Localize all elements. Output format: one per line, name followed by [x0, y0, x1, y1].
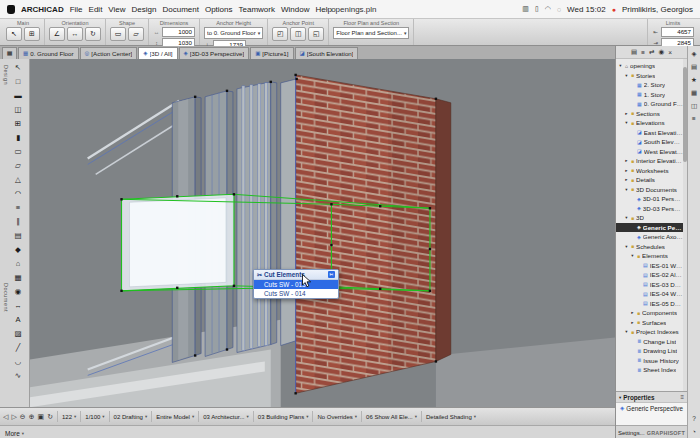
- quick-option-entire-model[interactable]: Entire Model▾: [151, 411, 198, 422]
- input-source-icon[interactable]: ▥: [522, 5, 529, 13]
- tree-item-interior-elevations[interactable]: ▸■Interior Elevations: [616, 156, 683, 166]
- pin-icon[interactable]: ◉: [658, 48, 664, 56]
- tree-item-1-story[interactable]: ▦1. Story: [616, 90, 683, 100]
- fit-view-icon[interactable]: ▣: [38, 413, 45, 421]
- menu-item-file[interactable]: File: [70, 5, 83, 14]
- tool-column[interactable]: ▮: [10, 131, 26, 145]
- tool-spline[interactable]: ∿: [10, 369, 26, 383]
- menu-item-window[interactable]: Window: [281, 5, 309, 14]
- tree-item-elevations[interactable]: ▾■Elevations: [616, 118, 683, 128]
- menu-item-options[interactable]: Options: [205, 5, 233, 14]
- quick-option-03-architectur[interactable]: 03 Architectur...▾: [198, 411, 253, 422]
- disclosure-icon[interactable]: ▾: [624, 244, 629, 249]
- preview-icon[interactable]: ◔: [692, 428, 696, 436]
- tree-item-3d-01-perspectiv[interactable]: ◈3D-01 Perspectiv...: [616, 194, 683, 204]
- help-icon[interactable]: ?: [692, 415, 696, 423]
- anchor-bottom-icon[interactable]: ◱: [308, 27, 324, 41]
- properties-collapse-icon[interactable]: ▾: [619, 395, 621, 400]
- organizer-icon[interactable]: ▤: [691, 63, 697, 71]
- disclosure-icon[interactable]: ▾: [624, 187, 629, 192]
- menu-item-teamwork[interactable]: Teamwork: [239, 5, 275, 14]
- disclosure-icon[interactable]: ▾: [630, 253, 635, 258]
- tool-railing[interactable]: ∥: [10, 215, 26, 229]
- layers-icon[interactable]: ▦: [691, 89, 697, 97]
- tree-item-project-indexes[interactable]: ▾■Project Indexes: [616, 327, 683, 337]
- sync-icon[interactable]: ⇄: [649, 48, 654, 56]
- tab-0-ground-floor[interactable]: ▦0. Ground Floor: [18, 47, 79, 59]
- custom-orientation-icon[interactable]: ↻: [85, 27, 101, 41]
- project-chooser-icon[interactable]: ▤: [631, 48, 637, 56]
- brick-wall[interactable]: [296, 75, 451, 393]
- rectangular-shape-icon[interactable]: ▭: [110, 27, 126, 41]
- tool-dimension[interactable]: ↔: [10, 299, 26, 313]
- tool-line[interactable]: ╱: [10, 341, 26, 355]
- floor-plan-display-select[interactable]: Floor Plan and Section...▾: [333, 27, 409, 39]
- tool-door[interactable]: ◫: [10, 103, 26, 117]
- tree-item-south-elevation-a[interactable]: ◪South Elevation (A...: [616, 137, 683, 147]
- tree-item-schedules[interactable]: ▾■Schedules: [616, 242, 683, 252]
- tool-window[interactable]: ⊞: [10, 117, 26, 131]
- tool-text[interactable]: A: [10, 313, 26, 327]
- orbit-icon[interactable]: ↻: [47, 413, 53, 421]
- vertical-orientation-icon[interactable]: ∠: [49, 27, 65, 41]
- tree-item-details[interactable]: ▸■Details: [616, 175, 683, 185]
- disclosure-icon[interactable]: ▾: [624, 329, 629, 334]
- tree-item-west-elevation-a[interactable]: ◪West Elevation (A...: [616, 147, 683, 157]
- tool-morph[interactable]: ◆: [10, 243, 26, 257]
- tree-item-issue-history[interactable]: ≣Issue History: [616, 356, 683, 366]
- tooltip-item-cuts-sw-013[interactable]: Cuts SW - 013: [254, 280, 338, 289]
- menu-bar-user[interactable]: Primlikiris, Georgios: [622, 5, 693, 14]
- apple-menu-icon[interactable]: [7, 5, 15, 14]
- more-button[interactable]: More ▾: [5, 430, 24, 437]
- tree-item-generic-axonome[interactable]: ◈Generic Axonome...: [616, 232, 683, 242]
- properties-menu-icon[interactable]: ≡: [680, 394, 684, 400]
- tool-object[interactable]: ◉: [10, 285, 26, 299]
- tooltip-item-cuts-sw-014[interactable]: Cuts SW - 014: [254, 289, 338, 298]
- tree-item-2-story[interactable]: ▦2. Story: [616, 80, 683, 90]
- back-icon[interactable]: ◁: [3, 413, 8, 421]
- quick-option-no-overrides[interactable]: No Overrides▾: [312, 411, 361, 422]
- tree-item-ies-04-window-s[interactable]: ▤IES-04 Window S...: [616, 289, 683, 299]
- disclosure-icon[interactable]: ▸: [630, 320, 635, 325]
- disclosure-icon[interactable]: ▸: [624, 111, 629, 116]
- quick-option-03-building-plans[interactable]: 03 Building Plans▾: [253, 411, 313, 422]
- quick-option-06-show-all-ele[interactable]: 06 Show All Ele...▾: [361, 411, 421, 422]
- search-icon[interactable]: ◌: [557, 6, 561, 13]
- quick-option-122[interactable]: 122▾: [57, 411, 80, 422]
- tree-item-generic-perspecti[interactable]: ◈Generic Perspecti...: [616, 223, 683, 233]
- tool-slab[interactable]: ▱: [10, 159, 26, 173]
- tab-south-elevation[interactable]: ◪[South Elevation]: [295, 47, 359, 59]
- tool-roof[interactable]: △: [10, 173, 26, 187]
- circular-shape-icon[interactable]: ▱: [128, 27, 144, 41]
- disclosure-icon[interactable]: ▾: [624, 215, 629, 220]
- favorites-icon[interactable]: ★: [691, 76, 697, 84]
- zoom-in-icon[interactable]: ⊕: [29, 413, 35, 421]
- navigator-panel-icon[interactable]: ◈: [692, 50, 697, 58]
- tree-item-surfaces[interactable]: ▸■Surfaces: [616, 318, 683, 328]
- tool-arrow[interactable]: ↖: [10, 61, 26, 75]
- tree-item-openings[interactable]: ▾⌂openings: [616, 61, 683, 71]
- horizontal-orientation-icon[interactable]: ↔: [67, 27, 83, 41]
- tree-scrollbar[interactable]: [683, 59, 687, 391]
- menu-bar-clock[interactable]: Wed 15:02: [567, 5, 606, 14]
- tree-item-ies-01-wall-list[interactable]: ▤IES-01 Wall List: [616, 261, 683, 271]
- anchor-height-select[interactable]: to 0. Ground Floor▾: [204, 27, 263, 39]
- tool-shell[interactable]: ◠: [10, 187, 26, 201]
- tree-item-ies-03-door-sch[interactable]: ▤IES-03 Door Sch...: [616, 280, 683, 290]
- width-field[interactable]: 1000: [162, 27, 195, 37]
- disclosure-icon[interactable]: ▸: [630, 310, 635, 315]
- disclosure-icon[interactable]: ▾: [618, 63, 623, 68]
- close-icon[interactable]: ×: [668, 49, 672, 56]
- tooltip-action-icon[interactable]: ✂: [328, 271, 335, 278]
- tree-item-sections[interactable]: ▸■Sections: [616, 109, 683, 119]
- properties-item[interactable]: ◈ Generic Perspective: [616, 403, 687, 413]
- tree-item-3d-03-perspectiv[interactable]: ◈3D-03 Perspectiv...: [616, 204, 683, 214]
- quick-option-detailed-shading[interactable]: Detailed Shading▾: [421, 411, 480, 422]
- tool-fill[interactable]: ▨: [10, 327, 26, 341]
- disclosure-icon[interactable]: ▾: [624, 120, 629, 125]
- 3d-viewport[interactable]: [30, 59, 615, 407]
- tool-arc[interactable]: ◡: [10, 355, 26, 369]
- notes-icon[interactable]: ≡: [692, 115, 696, 123]
- opening-tool-icon[interactable]: ⊞: [24, 27, 40, 41]
- settings-button[interactable]: Settings...: [618, 430, 645, 436]
